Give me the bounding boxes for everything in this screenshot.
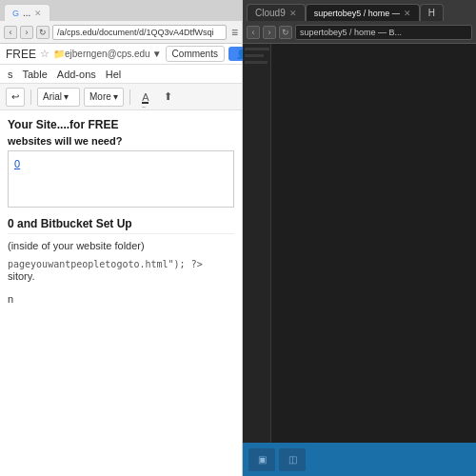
back-button[interactable]: ‹ — [4, 26, 17, 39]
docs-header-bar: FREE ☆ 📁 ejberngen@cps.edu ▼ Comments 👤 … — [0, 44, 242, 65]
left-browser-panel: G ... ✕ ‹ › ↻ /a/cps.edu/document/d/1QQ3… — [0, 0, 243, 476]
browser-menu-icon[interactable]: ≡ — [231, 26, 238, 39]
docs-menu-bar: s Table Add-ons Hel — [0, 65, 242, 84]
right-browser-panel: Cloud9 ✕ supertobey5 / home — B... ✕ H ‹… — [243, 0, 476, 476]
user-dropdown-icon[interactable]: ▼ — [152, 49, 162, 59]
docs-toolbar: ↩ Arial ▾ More ▾ A_ ⬆ — [0, 84, 242, 110]
expand-icon: ⬆ — [164, 90, 172, 103]
address-bar[interactable]: /a/cps.edu/document/d/1QQ3vA4DtfWsqi — [52, 25, 227, 40]
file-tree-line-1 — [245, 48, 269, 50]
doc-content: Your Site....for FREE websites will we n… — [0, 110, 242, 476]
more-label: More — [89, 91, 111, 102]
supertobey-tab-label: supertobey5 / home — B... — [314, 9, 400, 18]
right-back-button[interactable]: ‹ — [247, 26, 260, 39]
docs-menu-item-s[interactable]: s — [4, 68, 17, 81]
editor-background — [275, 48, 472, 439]
taskbar-item-2[interactable]: ◫ — [279, 448, 306, 471]
file-tree-sidebar — [243, 44, 271, 443]
right-address-bar[interactable]: supertobey5 / home — B... — [295, 25, 472, 40]
file-tree-line-3 — [245, 61, 268, 64]
docs-menu-item-help[interactable]: Hel — [102, 68, 126, 81]
tab-close-icon[interactable]: ✕ — [34, 9, 42, 18]
right-forward-button[interactable]: › — [263, 26, 276, 39]
doc-subheading-1: websites will we need? — [8, 135, 234, 147]
more-dropdown-icon: ▾ — [113, 91, 118, 102]
docs-title: FREE — [6, 48, 36, 61]
font-name: Arial — [43, 91, 62, 102]
doc-section2-trail: sitory. — [8, 269, 234, 284]
doc-section-2: 0 and Bitbucket Set Up (inside of your w… — [8, 217, 234, 307]
doc-section2-code-block: pageyouwantpeopletogoto.html"); ?> sitor… — [8, 259, 234, 284]
cloud9-tab-close-icon[interactable]: ✕ — [289, 9, 297, 18]
right-tab-cloud9[interactable]: Cloud9 ✕ — [247, 4, 306, 21]
right-address-text: supertobey5 / home — B... — [300, 28, 402, 37]
text-color-icon: A_ — [142, 91, 149, 103]
left-browser-tab[interactable]: G ... ✕ — [4, 4, 50, 21]
doc-section-heading-2: 0 and Bitbucket Set Up — [8, 217, 234, 234]
supertobey-tab-close-icon[interactable]: ✕ — [404, 9, 411, 18]
folder-icon[interactable]: 📁 — [53, 49, 65, 59]
file-tree-content — [243, 44, 270, 68]
star-icon[interactable]: ☆ — [40, 48, 50, 60]
taskbar-strip: ▣ ◫ — [243, 443, 476, 476]
file-tree-line-2 — [245, 54, 264, 57]
toolbar-separator-2 — [129, 89, 130, 105]
font-selector[interactable]: Arial ▾ — [37, 88, 80, 107]
docs-menu-item-addons[interactable]: Add-ons — [53, 68, 100, 81]
docs-title-area: FREE ☆ 📁 — [6, 48, 65, 61]
right-address-bar-row: ‹ › ↻ supertobey5 / home — B... — [243, 21, 476, 44]
doc-section-1: Your Site....for FREE websites will we n… — [8, 118, 234, 208]
docs-user-email: ejberngen@cps.edu ▼ — [65, 49, 162, 59]
h-tab-label: H — [428, 8, 435, 18]
taskbar-item-1[interactable]: ▣ — [248, 448, 275, 471]
toolbar-undo-btn[interactable]: ↩ — [6, 88, 25, 107]
toolbar-expand-btn[interactable]: ⬆ — [159, 88, 178, 107]
taskbar-icon-2: ◫ — [288, 454, 297, 465]
more-button[interactable]: More ▾ — [84, 88, 124, 107]
right-tab-supertobey[interactable]: supertobey5 / home — B... ✕ — [306, 4, 420, 21]
right-editor-content — [243, 44, 476, 443]
toolbar-separator — [30, 89, 31, 105]
right-tab-h[interactable]: H — [420, 4, 444, 21]
doc-bordered-box-1: 0 — [8, 150, 234, 208]
editor-main-area[interactable] — [271, 44, 476, 443]
docs-menu-item-table[interactable]: Table — [19, 68, 51, 81]
comments-button[interactable]: Comments — [166, 46, 225, 62]
left-address-bar-row: ‹ › ↻ /a/cps.edu/document/d/1QQ3vA4DtfWs… — [0, 21, 242, 44]
address-text: /a/cps.edu/document/d/1QQ3vA4DtfWsqi — [57, 28, 214, 37]
tab-label: ... — [23, 8, 30, 18]
undo-icon: ↩ — [11, 91, 19, 102]
doc-heading-1: Your Site....for FREE — [8, 118, 234, 131]
tab-favicon: G — [12, 9, 19, 18]
doc-section2-line1: (inside of your website folder) — [8, 239, 234, 253]
right-tab-bar: Cloud9 ✕ supertobey5 / home — B... ✕ H — [243, 0, 476, 21]
reload-button[interactable]: ↻ — [36, 26, 50, 39]
text-color-btn[interactable]: A_ — [136, 88, 155, 107]
doc-section2-end-text: n — [8, 292, 234, 307]
doc-code-line: pageyouwantpeopletogoto.html"); ?> — [8, 259, 234, 269]
taskbar-icon-1: ▣ — [258, 454, 267, 465]
right-reload-button[interactable]: ↻ — [279, 26, 292, 39]
left-tab-bar: G ... ✕ — [0, 0, 242, 21]
forward-button[interactable]: › — [20, 26, 33, 39]
cloud9-tab-label: Cloud9 — [255, 8, 286, 18]
doc-link-1[interactable]: 0 — [14, 158, 20, 169]
doc-section2-end: n — [8, 292, 234, 307]
font-dropdown-icon: ▾ — [64, 91, 69, 102]
